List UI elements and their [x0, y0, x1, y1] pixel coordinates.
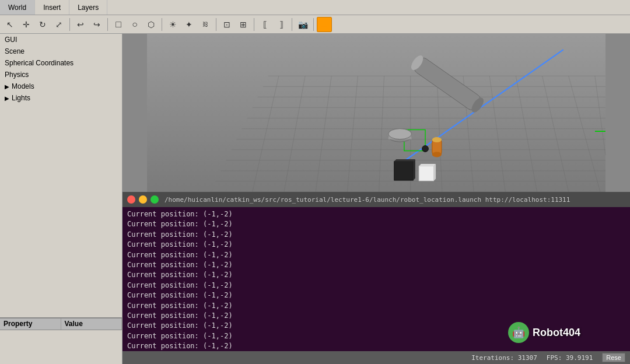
tree-lights[interactable]: ▶ Lights [0, 92, 122, 104]
left-panel: GUI Scene Spherical Coordinates Physics … [0, 34, 123, 364]
tool-redo[interactable]: ↪ [89, 17, 104, 32]
sep5 [254, 18, 254, 31]
tool-snap1[interactable]: ⊡ [219, 17, 235, 32]
tool-cam1[interactable]: ⟦ [257, 17, 272, 32]
tool-screenshot[interactable]: 📷 [295, 17, 310, 32]
tool-box[interactable]: □ [111, 17, 126, 32]
property-col-value: Value [61, 318, 123, 330]
iterations-stat: Iterations: 31307 [471, 354, 537, 362]
svg-point-37 [432, 137, 442, 142]
tool-cylinder[interactable]: ⬡ [144, 17, 159, 32]
svg-rect-0 [147, 34, 606, 192]
terminal-titlebar: /home/huicanlin/catkin_ws/src/ros_tutori… [123, 192, 630, 207]
terminal-line: Current position: (-1,-2) [127, 230, 625, 240]
tree-physics[interactable]: Physics [0, 69, 122, 80]
fps-stat: FPS: 39.9191 [547, 354, 593, 362]
svg-rect-39 [394, 162, 414, 181]
tool-snap2[interactable]: ⊞ [236, 17, 251, 32]
tool-light[interactable]: ✦ [181, 17, 197, 32]
property-col-property: Property [0, 318, 61, 330]
menu-insert[interactable]: Insert [35, 0, 69, 15]
tool-sun[interactable]: ☀ [165, 17, 180, 32]
terminal-path: /home/huicanlin/catkin_ws/src/ros_tutori… [164, 196, 570, 204]
tool-rotate[interactable]: ↻ [35, 17, 50, 32]
terminal-close-btn[interactable] [127, 195, 135, 204]
svg-point-35 [422, 146, 429, 152]
terminal-line: Current position: (-1,-2) [127, 311, 625, 321]
watermark-icon: 🤖 [508, 322, 529, 343]
terminal-minimize-btn[interactable] [139, 195, 147, 204]
terminal-line: Current position: (-1,-2) [127, 250, 625, 260]
tool-joint[interactable]: ⛓ [198, 17, 213, 32]
tree-spherical-coords-label: Spherical Coordinates [5, 59, 74, 67]
terminal-line: Current position: (-1,-2) [127, 219, 625, 229]
tree-models[interactable]: ▶ Models [0, 80, 122, 92]
property-header: Property Value [0, 318, 122, 330]
svg-marker-43 [419, 164, 436, 166]
svg-rect-42 [419, 166, 433, 181]
watermark: 🤖 Robot404 [508, 322, 580, 343]
tree-scene[interactable]: Scene [0, 46, 122, 57]
tool-sphere[interactable]: ○ [127, 17, 142, 32]
tool-select[interactable]: ↖ [2, 17, 18, 32]
tool-scale[interactable]: ⤢ [51, 17, 66, 32]
grid-svg [123, 34, 630, 192]
terminal-maximize-btn[interactable] [150, 195, 159, 204]
sep7 [313, 18, 314, 31]
tool-undo[interactable]: ↩ [73, 17, 88, 32]
svg-point-34 [388, 129, 412, 139]
tool-cam2[interactable]: ⟧ [274, 17, 289, 32]
tree-gui-label: GUI [5, 36, 17, 44]
reset-button[interactable]: Rese [602, 353, 625, 362]
app-body: World Insert Layers ↖ ✛ ↻ ⤢ ↩ ↪ □ ○ ⬡ ☀ … [0, 0, 630, 364]
sep6 [292, 18, 292, 31]
terminal-line: Current position: (-1,-2) [127, 209, 625, 219]
terminal-bottom-bar: Iterations: 31307 FPS: 39.9191 Rese [123, 351, 630, 364]
tree-physics-label: Physics [5, 71, 29, 79]
toolbar: ↖ ✛ ↻ ⤢ ↩ ↪ □ ○ ⬡ ☀ ✦ ⛓ ⊡ ⊞ ⟦ ⟧ 📷 ■ [0, 15, 630, 34]
terminal-line: Current position: (-1,-2) [127, 240, 625, 250]
sep4 [216, 18, 216, 31]
lights-arrow-icon: ▶ [5, 95, 9, 102]
menu-layers[interactable]: Layers [69, 0, 107, 15]
terminal-line: Current position: (-1,-2) [127, 270, 625, 280]
tree-spherical-coords[interactable]: Spherical Coordinates [0, 57, 122, 69]
3d-viewport[interactable] [123, 34, 630, 192]
tree-view: GUI Scene Spherical Coordinates Physics … [0, 34, 122, 317]
svg-marker-41 [413, 159, 415, 180]
svg-marker-44 [433, 164, 436, 181]
tree-gui[interactable]: GUI [0, 34, 122, 46]
svg-point-38 [432, 152, 442, 157]
tree-scene-label: Scene [5, 47, 24, 55]
tree-lights-label: Lights [12, 94, 30, 102]
sep1 [69, 18, 70, 31]
terminal-line: Current position: (-1,-2) [127, 260, 625, 270]
svg-marker-40 [394, 159, 415, 162]
menu-bar: World Insert Layers [0, 0, 630, 15]
property-panel: Property Value [0, 317, 122, 364]
tool-translate[interactable]: ✛ [19, 17, 34, 32]
content-area: GUI Scene Spherical Coordinates Physics … [0, 34, 630, 364]
sep2 [107, 18, 108, 31]
tree-models-label: Models [12, 82, 34, 90]
watermark-text: Robot404 [533, 327, 580, 339]
menu-world[interactable]: World [0, 0, 35, 15]
models-arrow-icon: ▶ [5, 83, 9, 90]
terminal-line: Current position: (-1,-2) [127, 290, 625, 300]
tool-active-color[interactable]: ■ [317, 17, 332, 32]
sep3 [162, 18, 162, 31]
terminal-line: Current position: (-1,-2) [127, 301, 625, 311]
terminal-line: Current position: (-1,-2) [127, 281, 625, 290]
